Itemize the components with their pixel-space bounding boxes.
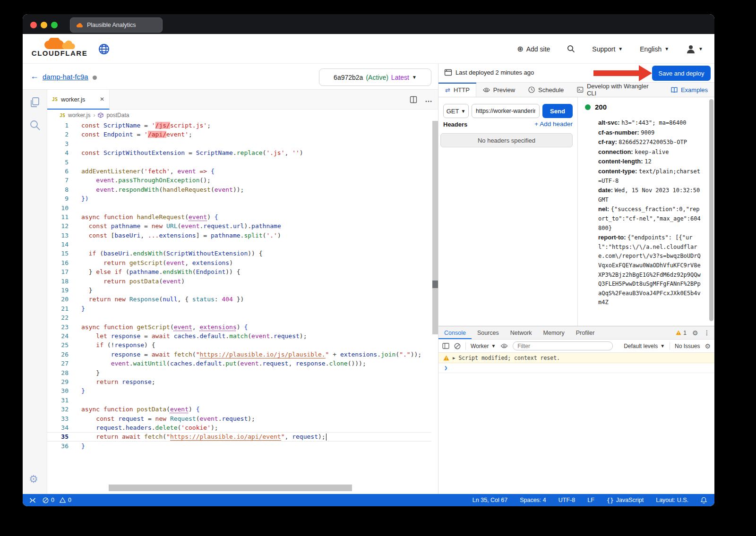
vertical-scrollbar-thumb[interactable] <box>432 121 438 334</box>
cursor-position[interactable]: Ln 35, Col 67 <box>472 497 507 503</box>
back-arrow-link[interactable]: ← <box>30 71 39 81</box>
remote-indicator-icon[interactable] <box>29 497 36 503</box>
code-line-1[interactable]: 1const ScriptName = '/js/script.js'; <box>47 121 431 130</box>
editor-horizontal-scrollbar[interactable] <box>47 485 431 491</box>
response-scrollbar[interactable] <box>709 99 713 326</box>
code-line-31[interactable]: 31 <box>47 396 431 405</box>
account-menu[interactable]: ▼ <box>686 44 703 54</box>
cloudflare-logo[interactable]: CLOUDFLARE <box>31 38 88 57</box>
code-line-4[interactable]: 4const ScriptWithoutExtension = ScriptNa… <box>47 148 431 157</box>
code-line-30[interactable]: 30} <box>47 386 431 395</box>
code-line-27[interactable]: 27 event.waitUntil(caches.default.put(ev… <box>47 359 431 368</box>
method-dropdown[interactable]: GET ▼ <box>443 104 469 118</box>
console-filter-input[interactable] <box>513 341 613 350</box>
code-line-29[interactable]: 29 return response; <box>47 377 431 386</box>
log-levels-dropdown[interactable]: Default levels ▼ <box>624 343 665 349</box>
fullscreen-window-button[interactable] <box>51 22 58 28</box>
editor-breadcrumbs[interactable]: JS worker.js › postData <box>47 110 438 121</box>
indentation-setting[interactable]: Spaces: 4 <box>520 497 546 503</box>
response-scrollbar-thumb[interactable] <box>709 99 713 321</box>
globe-icon[interactable] <box>98 43 110 55</box>
split-editor-icon[interactable] <box>410 96 417 103</box>
code-line-12[interactable]: 12 const pathname = new URL(event.reques… <box>47 221 431 230</box>
expand-triangle-icon[interactable]: ▶ <box>453 356 455 360</box>
code-line-6[interactable]: 6addEventListener('fetch', event => { <box>47 167 431 176</box>
code-lines-area[interactable]: 1const ScriptName = '/js/script.js';2con… <box>47 121 431 484</box>
version-dropdown[interactable]: 6a972b2a (Active) Latest ▼ <box>319 68 431 86</box>
code-line-24[interactable]: 24 let response = await caches.default.m… <box>47 332 431 340</box>
close-window-button[interactable] <box>30 22 37 28</box>
code-line-32[interactable]: 32async function postData(event) { <box>47 405 431 414</box>
add-site-button[interactable]: ⊕ Add site <box>517 45 550 53</box>
code-line-26[interactable]: 26 response = await fetch("https://plaus… <box>47 350 431 359</box>
tab-preview[interactable]: Preview <box>476 83 522 97</box>
devtools-tab-network[interactable]: Network <box>505 326 538 339</box>
horizontal-scrollbar-thumb[interactable] <box>109 485 352 491</box>
tab-http[interactable]: ⇄ HTTP <box>438 83 476 97</box>
code-line-33[interactable]: 33 const request = new Request(event.req… <box>47 414 431 423</box>
console-prompt[interactable]: ❯ <box>438 363 714 373</box>
code-line-10[interactable]: 10 <box>47 204 431 213</box>
devtools-settings-gear-icon[interactable]: ⚙ <box>692 329 698 337</box>
encoding-setting[interactable]: UTF-8 <box>558 497 575 503</box>
code-line-35[interactable]: 35 return await fetch("https://plausible… <box>47 432 431 441</box>
code-line-13[interactable]: 13 const [baseUri, ...extensions] = path… <box>47 231 431 240</box>
close-tab-icon[interactable]: ✕ <box>100 96 104 102</box>
devtools-tab-console[interactable]: Console <box>438 326 472 339</box>
code-line-5[interactable]: 5 <box>47 158 431 167</box>
keyboard-layout[interactable]: Layout: U.S. <box>656 497 688 503</box>
code-line-19[interactable]: 19 } <box>47 286 431 295</box>
language-mode[interactable]: {} JavaScript <box>607 497 644 504</box>
minimize-window-button[interactable] <box>41 22 47 28</box>
console-warning-row[interactable]: ▶ Script modified; context reset. <box>438 353 714 363</box>
language-menu[interactable]: English ▼ <box>640 45 669 53</box>
tab-examples[interactable]: Examples <box>664 83 714 97</box>
save-and-deploy-button[interactable]: Save and deploy <box>652 66 711 81</box>
code-line-14[interactable]: 14 <box>47 240 431 249</box>
code-line-23[interactable]: 23async function getScript(event, extens… <box>47 323 431 332</box>
errors-indicator[interactable]: 0 0 <box>43 497 71 503</box>
code-line-11[interactable]: 11async function handleRequest(event) { <box>47 213 431 221</box>
tab-schedule[interactable]: Schedule <box>522 83 570 97</box>
code-line-34[interactable]: 34 request.headers.delete('cookie'); <box>47 423 431 432</box>
console-sidebar-icon[interactable] <box>442 343 449 349</box>
code-line-7[interactable]: 7 event.passThroughOnException(); <box>47 176 431 185</box>
code-line-25[interactable]: 25 if (!response) { <box>47 340 431 349</box>
clear-console-icon[interactable] <box>454 343 461 349</box>
browser-tab[interactable]: Plausible Analytics <box>70 17 163 33</box>
code-line-15[interactable]: 15 if (baseUri.endsWith(ScriptWithoutExt… <box>47 249 431 258</box>
notifications-bell-icon[interactable] <box>701 497 707 503</box>
devtools-tab-sources[interactable]: Sources <box>472 326 505 339</box>
settings-gear-icon[interactable]: ⚙ <box>29 473 38 485</box>
eye-icon[interactable] <box>500 343 508 349</box>
console-settings-gear-icon[interactable]: ⚙ <box>704 342 711 350</box>
editor-tab-workerjs[interactable]: JS worker.js ✕ <box>47 90 110 110</box>
support-menu[interactable]: Support ▼ <box>592 45 623 53</box>
more-actions-icon[interactable]: … <box>425 95 433 104</box>
warnings-badge[interactable]: 1 <box>676 330 687 336</box>
tab-wrangler[interactable]: Develop with Wrangler CLI <box>570 83 664 97</box>
code-line-36[interactable]: 36} <box>47 442 431 451</box>
code-line-9[interactable]: 9}) <box>47 194 431 203</box>
files-icon[interactable] <box>29 96 41 109</box>
code-line-28[interactable]: 28 } <box>47 368 431 377</box>
code-line-2[interactable]: 2const Endpoint = '/api/event'; <box>47 130 431 139</box>
issues-counter[interactable]: No Issues <box>675 343 700 349</box>
send-button[interactable]: Send <box>542 104 573 118</box>
eol-setting[interactable]: LF <box>587 497 594 503</box>
code-line-18[interactable]: 18 return postData(event) <box>47 277 431 286</box>
code-line-3[interactable]: 3 <box>47 139 431 148</box>
context-selector[interactable]: Worker ▼ <box>471 343 496 349</box>
devtools-tab-memory[interactable]: Memory <box>538 326 570 339</box>
code-line-8[interactable]: 8 event.respondWith(handleRequest(event)… <box>47 185 431 194</box>
devtools-tab-profiler[interactable]: Profiler <box>570 326 601 339</box>
code-line-16[interactable]: 16 return getScript(event, extensions) <box>47 258 431 267</box>
editor-vertical-scrollbar[interactable] <box>432 121 438 484</box>
code-line-21[interactable]: 21} <box>47 304 431 313</box>
breadcrumb-symbol[interactable]: postData <box>106 112 129 119</box>
search-icon[interactable] <box>29 119 41 131</box>
code-line-20[interactable]: 20 return new Response(null, { status: 4… <box>47 295 431 304</box>
breadcrumb-file[interactable]: worker.js <box>68 112 90 119</box>
request-url-input[interactable] <box>472 104 540 118</box>
code-line-22[interactable]: 22 <box>47 313 431 322</box>
